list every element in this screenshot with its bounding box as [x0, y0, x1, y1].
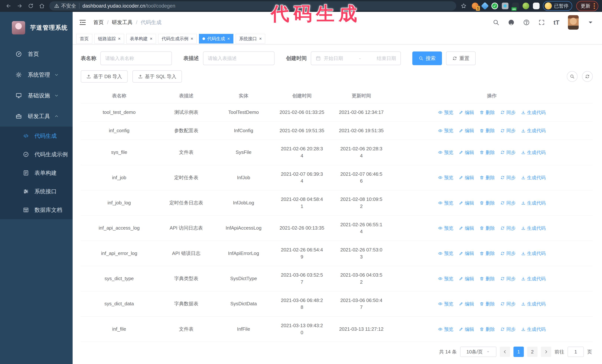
forward-icon[interactable] [15, 1, 24, 11]
close-icon[interactable]: × [118, 36, 121, 41]
tab-1[interactable]: 首页 [76, 34, 92, 43]
bookmark-star-icon[interactable] [459, 1, 468, 11]
extension-orange-icon[interactable]: 1 [472, 3, 478, 9]
next-page-button[interactable] [541, 347, 551, 357]
search-button[interactable]: 搜索 [412, 52, 442, 65]
security-warning[interactable]: 不安全 [54, 3, 76, 9]
close-icon[interactable]: × [227, 36, 230, 41]
close-icon[interactable]: × [259, 36, 262, 41]
search-icon[interactable] [493, 19, 499, 26]
action-eye[interactable]: 预览 [438, 149, 453, 156]
prev-page-button[interactable] [500, 347, 510, 357]
sidebar-subitem-5[interactable]: 数据库文档 [0, 201, 73, 219]
sidebar-subitem-4[interactable]: 系统接口 [0, 182, 73, 201]
sidebar-subitem-1[interactable]: 代码生成 [0, 127, 73, 145]
action-delete[interactable]: 删除 [480, 174, 495, 181]
action-eye[interactable]: 预览 [438, 174, 453, 181]
font-size-icon[interactable]: tT [553, 19, 559, 26]
action-edit[interactable]: 编辑 [459, 127, 474, 134]
extension-grid-icon[interactable] [502, 3, 508, 9]
page-size-select[interactable]: 10条/页 [460, 347, 496, 357]
table-name-input[interactable] [105, 56, 167, 61]
action-generate[interactable]: 生成代码 [521, 200, 546, 206]
action-edit[interactable]: 编辑 [459, 109, 474, 116]
sidebar-subitem-3[interactable]: 表单构建 [0, 164, 73, 182]
action-generate[interactable]: 生成代码 [521, 174, 546, 181]
action-generate[interactable]: 生成代码 [521, 326, 546, 333]
action-generate[interactable]: 生成代码 [521, 301, 546, 307]
action-edit[interactable]: 编辑 [459, 225, 474, 231]
action-delete[interactable]: 删除 [480, 225, 495, 231]
date-range-picker[interactable]: 开始日期 - 结束日期 [311, 52, 401, 65]
action-edit[interactable]: 编辑 [459, 200, 474, 206]
sidebar-subitem-2[interactable]: 代码生成示例 [0, 145, 73, 164]
sidebar-item-3[interactable]: 基础设施 [0, 85, 73, 106]
action-generate[interactable]: 生成代码 [521, 149, 546, 156]
tab-2[interactable]: 链路追踪× [95, 34, 124, 43]
action-delete[interactable]: 删除 [480, 275, 495, 282]
action-sync[interactable]: 同步 [500, 149, 516, 156]
tab-4[interactable]: 代码生成示例× [158, 34, 197, 43]
action-eye[interactable]: 预览 [438, 326, 453, 333]
action-delete[interactable]: 删除 [480, 149, 495, 156]
address-bar[interactable]: 不安全 dashboard.yudao.iocoder.cn/tool/code… [49, 1, 456, 10]
action-generate[interactable]: 生成代码 [521, 109, 546, 116]
reset-button[interactable]: 重置 [446, 52, 476, 65]
action-generate[interactable]: 生成代码 [521, 275, 546, 282]
chevron-down-icon[interactable] [587, 19, 594, 26]
goto-page-input[interactable] [568, 347, 584, 357]
action-edit[interactable]: 编辑 [459, 149, 474, 156]
tab-3[interactable]: 表单构建× [126, 34, 156, 43]
toggle-search-button[interactable] [567, 71, 578, 82]
extension-switch-icon[interactable]: on [512, 3, 519, 9]
avatar[interactable] [568, 15, 579, 30]
extensions-puzzle-icon[interactable] [533, 3, 540, 9]
action-eye[interactable]: 预览 [438, 127, 453, 134]
action-edit[interactable]: 编辑 [459, 250, 474, 257]
refresh-table-button[interactable] [582, 71, 593, 82]
sidebar-item-1[interactable]: 首页 [0, 44, 73, 64]
action-sync[interactable]: 同步 [500, 326, 516, 333]
github-icon[interactable] [508, 19, 515, 26]
action-eye[interactable]: 预览 [438, 225, 453, 231]
page-button-2[interactable]: 2 [527, 347, 538, 357]
paused-badge[interactable]: 已暂停 [543, 1, 572, 11]
home-icon[interactable] [37, 1, 47, 11]
action-generate[interactable]: 生成代码 [521, 127, 546, 134]
action-sync[interactable]: 同步 [500, 127, 516, 134]
fullscreen-icon[interactable] [538, 19, 545, 26]
action-delete[interactable]: 删除 [480, 200, 495, 206]
breadcrumb-item[interactable]: 首页 [93, 19, 104, 26]
action-generate[interactable]: 生成代码 [521, 225, 546, 231]
action-sync[interactable]: 同步 [500, 109, 516, 116]
action-sync[interactable]: 同步 [500, 301, 516, 307]
update-button[interactable]: 更新 [576, 1, 598, 11]
table-desc-input[interactable] [208, 56, 270, 61]
browser-menu-icon[interactable] [594, 3, 595, 9]
extension-check-icon[interactable]: ✓ [491, 3, 498, 9]
tab-5[interactable]: 代码生成× [199, 34, 233, 43]
import-sql-button[interactable]: 基于 SQL 导入 [132, 70, 182, 83]
sidebar-toggle-icon[interactable] [79, 19, 86, 26]
logo[interactable]: 芋道管理系统 [0, 12, 73, 44]
action-sync[interactable]: 同步 [500, 174, 516, 181]
tab-6[interactable]: 系统接口× [236, 34, 265, 43]
action-eye[interactable]: 预览 [438, 200, 453, 206]
extension-gem-icon[interactable] [481, 2, 489, 10]
action-sync[interactable]: 同步 [500, 225, 516, 231]
help-icon[interactable] [523, 19, 530, 26]
action-edit[interactable]: 编辑 [459, 326, 474, 333]
action-edit[interactable]: 编辑 [459, 301, 474, 307]
action-eye[interactable]: 预览 [438, 301, 453, 307]
action-generate[interactable]: 生成代码 [521, 250, 546, 257]
action-eye[interactable]: 预览 [438, 250, 453, 257]
close-icon[interactable]: × [191, 36, 193, 41]
action-edit[interactable]: 编辑 [459, 174, 474, 181]
sidebar-item-4[interactable]: 研发工具 [0, 106, 73, 127]
import-db-button[interactable]: 基于 DB 导入 [81, 70, 128, 83]
action-delete[interactable]: 删除 [480, 326, 495, 333]
action-delete[interactable]: 删除 [480, 109, 495, 116]
reload-icon[interactable] [26, 1, 36, 11]
close-icon[interactable]: × [150, 36, 152, 41]
action-delete[interactable]: 删除 [480, 301, 495, 307]
